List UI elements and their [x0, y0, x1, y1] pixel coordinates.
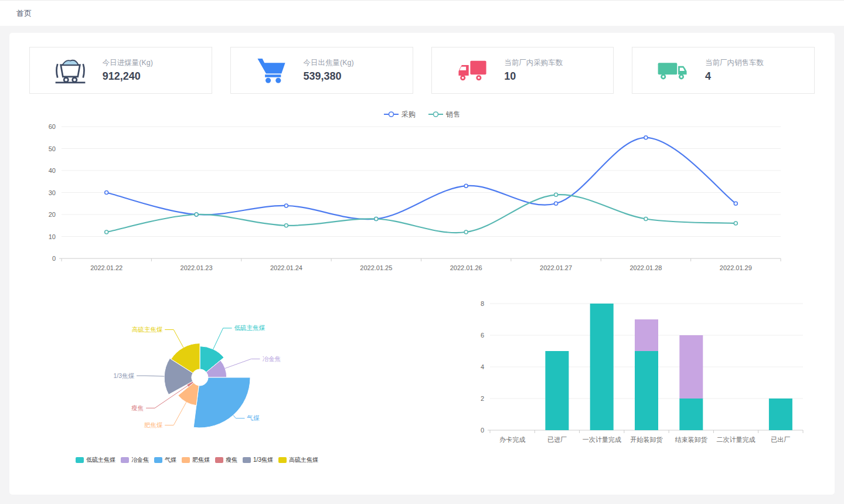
svg-text:0: 0 — [52, 255, 56, 262]
pie-legend-item-瘦焦[interactable]: 瘦焦 — [215, 456, 237, 464]
pie-legend-label: 冶金焦 — [131, 456, 149, 464]
svg-text:二次计量完成: 二次计量完成 — [717, 436, 755, 443]
legend-line-marker-icon — [428, 111, 443, 118]
svg-text:开始装卸货: 开始装卸货 — [631, 436, 663, 443]
breadcrumb-bar: 首页 — [0, 0, 844, 26]
pie-legend-item-低硫主焦煤[interactable]: 低硫主焦煤 — [76, 456, 115, 464]
svg-text:肥焦煤: 肥焦煤 — [144, 421, 163, 428]
svg-text:2022.01.29: 2022.01.29 — [720, 264, 752, 271]
pie-legend-swatch-icon — [278, 457, 287, 463]
svg-text:已进厂: 已进厂 — [547, 436, 567, 443]
legend-line-marker-icon — [384, 111, 399, 118]
pie-legend-swatch-icon — [182, 457, 190, 463]
truck-out-icon — [656, 56, 690, 84]
stat-value: 10 — [504, 70, 592, 83]
coal-type-rose-chart[interactable]: 低硫主焦煤冶金焦气煤肥焦煤瘦焦1/3焦煤高硫主焦煤 — [56, 302, 338, 450]
svg-text:2022.01.25: 2022.01.25 — [360, 264, 392, 271]
svg-text:气煤: 气煤 — [247, 414, 260, 421]
svg-text:20: 20 — [49, 211, 56, 218]
legend-item-采购[interactable]: 采购 — [384, 110, 416, 120]
stat-card-coal-in: 今日进煤量(Kg) 912,240 — [29, 47, 212, 94]
stat-label: 当前厂内销售车数 — [705, 58, 793, 68]
stat-card-coke-out: 今日出焦量(Kg) 539,380 — [230, 47, 413, 94]
svg-text:低硫主焦煤: 低硫主焦煤 — [234, 324, 266, 331]
pie-legend-label: 高硫主焦煤 — [289, 456, 318, 464]
pie-legend-item-冶金焦[interactable]: 冶金焦 — [121, 456, 149, 464]
pie-legend-label: 瘦焦 — [226, 456, 237, 464]
pie-legend-label: 1/3焦煤 — [253, 456, 273, 464]
stat-value: 912,240 — [103, 70, 190, 83]
legend-item-销售[interactable]: 销售 — [428, 110, 460, 120]
pie-legend-label: 肥焦煤 — [192, 456, 210, 464]
stat-label: 当前厂内采购车数 — [504, 58, 592, 68]
svg-text:2: 2 — [481, 395, 484, 402]
pie-legend-label: 气煤 — [165, 456, 176, 464]
breadcrumb-home[interactable]: 首页 — [16, 8, 32, 19]
svg-text:2022.01.23: 2022.01.23 — [181, 264, 213, 271]
pie-legend-swatch-icon — [121, 457, 129, 463]
dashboard-panel: 今日进煤量(Kg) 912,240 今日出焦量(Kg) 539,380 — [9, 33, 835, 495]
truck-in-icon — [455, 56, 489, 84]
stat-value: 539,380 — [304, 70, 392, 83]
pie-chart-legend: 低硫主焦煤冶金焦气煤肥焦煤瘦焦1/3焦煤高硫主焦煤 — [56, 456, 338, 464]
svg-text:4: 4 — [481, 363, 484, 370]
bottom-charts-row: 低硫主焦煤冶金焦气煤肥焦煤瘦焦1/3焦煤高硫主焦煤 低硫主焦煤冶金焦气煤肥焦煤瘦… — [29, 302, 815, 464]
page-content: 今日进煤量(Kg) 912,240 今日出焦量(Kg) 539,380 — [0, 26, 844, 504]
svg-text:60: 60 — [49, 123, 56, 130]
stat-label: 今日出焦量(Kg) — [304, 58, 392, 68]
stat-value: 4 — [705, 70, 793, 83]
svg-text:已出厂: 已出厂 — [771, 436, 790, 443]
svg-text:结束装卸货: 结束装卸货 — [675, 436, 707, 443]
legend-label: 销售 — [446, 110, 460, 120]
stat-cards-row: 今日进煤量(Kg) 912,240 今日出焦量(Kg) 539,380 — [29, 47, 815, 94]
svg-text:6: 6 — [481, 332, 484, 339]
pie-legend-label: 低硫主焦煤 — [86, 456, 115, 464]
svg-text:瘦焦: 瘦焦 — [131, 404, 144, 411]
purchase-sales-line-chart[interactable]: 01020304050602022.01.222022.01.232022.01… — [29, 120, 785, 277]
svg-text:一次计量完成: 一次计量完成 — [583, 436, 621, 443]
cart-icon — [254, 56, 288, 84]
svg-text:1/3焦煤: 1/3焦煤 — [113, 372, 134, 379]
svg-text:10: 10 — [49, 233, 56, 240]
svg-text:0: 0 — [481, 427, 484, 434]
svg-text:8: 8 — [481, 300, 484, 307]
coal-type-pie-block: 低硫主焦煤冶金焦气煤肥焦煤瘦焦1/3焦煤高硫主焦煤 低硫主焦煤冶金焦气煤肥焦煤瘦… — [56, 302, 338, 464]
pie-legend-item-1/3焦煤[interactable]: 1/3焦煤 — [243, 456, 273, 464]
svg-text:50: 50 — [49, 145, 56, 152]
vehicle-status-bar-block: 02468办卡完成已进厂一次计量完成开始装卸货结束装卸货二次计量完成已出厂 — [471, 294, 811, 464]
pie-legend-swatch-icon — [76, 457, 84, 463]
svg-text:高硫主焦煤: 高硫主焦煤 — [132, 326, 163, 333]
pie-legend-item-高硫主焦煤[interactable]: 高硫主焦煤 — [278, 456, 318, 464]
svg-text:冶金焦: 冶金焦 — [263, 355, 281, 362]
svg-text:2022.01.24: 2022.01.24 — [270, 264, 302, 271]
legend-label: 采购 — [401, 110, 416, 120]
svg-text:30: 30 — [49, 189, 56, 196]
svg-text:40: 40 — [49, 167, 56, 174]
mine-cart-icon — [53, 56, 87, 84]
pie-legend-item-气煤[interactable]: 气煤 — [154, 456, 176, 464]
line-chart-legend: 采购销售 — [29, 109, 815, 120]
trend-line-chart-block: 采购销售 01020304050602022.01.222022.01.2320… — [29, 109, 815, 279]
pie-legend-swatch-icon — [215, 457, 223, 463]
svg-text:2022.01.27: 2022.01.27 — [540, 264, 572, 271]
pie-legend-swatch-icon — [154, 457, 162, 463]
svg-text:2022.01.26: 2022.01.26 — [450, 264, 482, 271]
svg-text:办卡完成: 办卡完成 — [499, 436, 525, 443]
pie-legend-swatch-icon — [243, 457, 251, 463]
svg-text:2022.01.22: 2022.01.22 — [90, 264, 122, 271]
stat-card-purchase-trucks: 当前厂内采购车数 10 — [431, 47, 614, 94]
vehicle-status-bar-chart[interactable]: 02468办卡完成已进厂一次计量完成开始装卸货结束装卸货二次计量完成已出厂 — [471, 294, 811, 448]
pie-legend-item-肥焦煤[interactable]: 肥焦煤 — [182, 456, 210, 464]
svg-text:2022.01.28: 2022.01.28 — [629, 264, 662, 271]
stat-label: 今日进煤量(Kg) — [103, 58, 190, 68]
stat-card-sales-trucks: 当前厂内销售车数 4 — [632, 47, 815, 94]
